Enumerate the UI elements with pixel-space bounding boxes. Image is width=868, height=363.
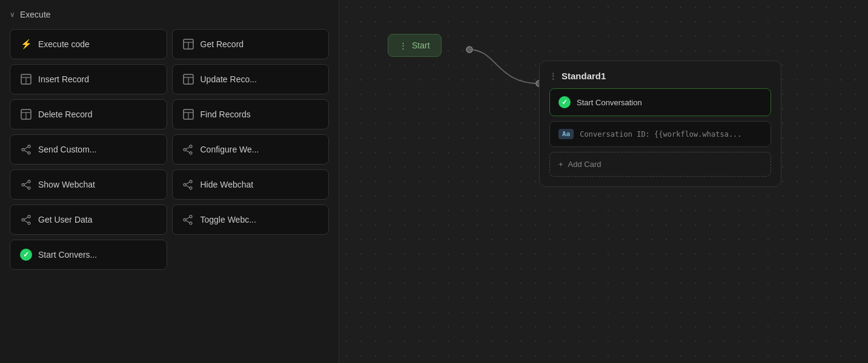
table-icon — [182, 108, 194, 120]
table-icon — [20, 108, 32, 120]
card-label: Start Conversation — [577, 98, 642, 107]
svg-point-42 — [190, 222, 192, 224]
action-label: Start Convers... — [38, 250, 97, 260]
standard-node-title: Standard1 — [562, 71, 606, 81]
action-label: Configure We... — [200, 145, 259, 154]
start-conversation-left-button[interactable]: ✓ Start Convers... — [10, 240, 167, 270]
whatsapp-icon: ✓ — [20, 249, 32, 261]
svg-point-20 — [190, 145, 192, 148]
start-node[interactable]: ⋮ Start — [388, 34, 442, 57]
svg-line-43 — [186, 217, 190, 220]
action-label: Send Custom... — [38, 145, 97, 154]
svg-point-17 — [28, 152, 30, 154]
card-label: Conversation ID: {{workflow.whatsa... — [580, 130, 741, 139]
table-icon — [182, 73, 194, 85]
start-node-label: Start — [412, 41, 430, 50]
svg-point-16 — [22, 148, 24, 151]
insert-record-button[interactable]: Insert Record — [10, 64, 167, 94]
left-panel: ∨ Execute ⚡ Execute code Get Record — [0, 0, 339, 363]
svg-line-34 — [186, 185, 190, 188]
canvas-area: ⋮ Start ⋮ Standard1 ✓ Start Conversation… — [339, 0, 868, 363]
svg-point-36 — [22, 218, 24, 221]
svg-point-27 — [28, 187, 30, 189]
svg-point-41 — [184, 218, 186, 221]
svg-point-30 — [190, 180, 192, 183]
standard-node: ⋮ Standard1 ✓ Start Conversation Aa Conv… — [539, 60, 781, 187]
toggle-webchat-button[interactable]: Toggle Webc... — [172, 204, 330, 235]
get-record-button[interactable]: Get Record — [172, 29, 330, 59]
svg-line-44 — [186, 220, 190, 223]
bolt-icon: ⚡ — [20, 38, 32, 50]
action-label: Show Webchat — [38, 180, 95, 189]
svg-point-15 — [28, 145, 30, 148]
get-user-data-button[interactable]: Get User Data — [10, 204, 167, 235]
hide-webchat-button[interactable]: Hide Webchat — [172, 169, 330, 200]
delete-record-button[interactable]: Delete Record — [10, 99, 167, 129]
svg-line-38 — [24, 217, 28, 220]
table-icon — [20, 73, 32, 85]
add-card-label: Add Card — [568, 160, 601, 169]
node-drag-icon: ⋮ — [399, 41, 407, 50]
update-record-button[interactable]: Update Reco... — [172, 64, 330, 94]
add-card-button[interactable]: + Add Card — [549, 152, 771, 177]
conversation-id-card[interactable]: Aa Conversation ID: {{workflow.whatsa... — [549, 121, 771, 147]
svg-line-28 — [24, 182, 28, 185]
action-label: Get User Data — [38, 215, 92, 224]
svg-line-24 — [186, 150, 190, 152]
chevron-icon: ∨ — [10, 10, 15, 19]
action-label: Delete Record — [38, 110, 93, 119]
share-icon — [182, 143, 194, 155]
action-label: Insert Record — [38, 74, 89, 84]
svg-line-18 — [24, 147, 28, 149]
show-webchat-button[interactable]: Show Webchat — [10, 169, 167, 200]
plus-icon: + — [558, 160, 563, 169]
send-custom-button[interactable]: Send Custom... — [10, 134, 167, 165]
action-label: Update Reco... — [200, 74, 257, 84]
drag-icon: ⋮ — [549, 72, 557, 80]
svg-point-32 — [190, 187, 192, 189]
svg-point-35 — [28, 215, 30, 218]
svg-point-21 — [184, 148, 186, 151]
action-label: Hide Webchat — [200, 180, 254, 189]
svg-line-19 — [24, 150, 28, 152]
svg-line-39 — [24, 220, 28, 223]
svg-point-37 — [28, 222, 30, 224]
svg-line-29 — [24, 185, 28, 188]
table-icon — [182, 38, 194, 50]
share-icon — [20, 178, 32, 191]
action-label: Get Record — [200, 39, 244, 49]
svg-point-45 — [466, 47, 472, 53]
start-conversation-card[interactable]: ✓ Start Conversation — [549, 88, 771, 116]
share-icon — [182, 214, 194, 226]
svg-point-26 — [22, 183, 24, 186]
whatsapp-card-icon: ✓ — [558, 96, 571, 108]
section-title: Execute — [20, 10, 51, 19]
action-label: Find Records — [200, 110, 251, 119]
share-icon — [20, 214, 32, 226]
svg-point-25 — [28, 180, 30, 183]
standard-node-header: ⋮ Standard1 — [549, 71, 771, 81]
configure-we-button[interactable]: Configure We... — [172, 134, 330, 165]
svg-line-33 — [186, 182, 190, 185]
aa-badge: Aa — [558, 129, 574, 139]
share-icon — [20, 143, 32, 155]
svg-point-31 — [184, 183, 186, 186]
section-header: ∨ Execute — [10, 10, 329, 19]
action-label: Toggle Webc... — [200, 215, 256, 224]
share-icon — [182, 178, 194, 191]
execute-code-button[interactable]: ⚡ Execute code — [10, 29, 167, 59]
svg-point-22 — [190, 152, 192, 154]
svg-line-23 — [186, 147, 190, 149]
action-label: Execute code — [38, 39, 90, 49]
actions-grid: ⚡ Execute code Get Record — [10, 29, 329, 270]
svg-point-40 — [190, 215, 192, 218]
find-records-button[interactable]: Find Records — [172, 99, 330, 129]
